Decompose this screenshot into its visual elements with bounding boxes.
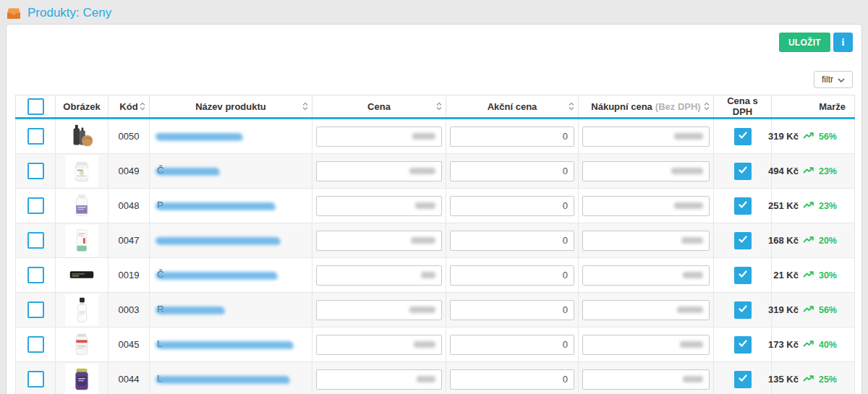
purchase-price-input[interactable] (582, 265, 710, 286)
sale-price-input[interactable]: 0 (450, 300, 574, 320)
table-row: 0047 0 (16, 223, 855, 258)
vat-checkbox[interactable] (734, 267, 752, 284)
sale-price-input[interactable]: 0 (450, 196, 574, 216)
margin-amount: 319 Kč (768, 131, 799, 142)
redacted-price-value (409, 307, 435, 313)
sale-price-input[interactable]: 0 (450, 231, 574, 251)
vat-checkbox[interactable] (734, 232, 752, 249)
breadcrumb: Produkty: Ceny (0, 0, 868, 22)
save-button[interactable]: ULOŽIT (779, 33, 830, 52)
redacted-purchase-value (674, 202, 703, 209)
row-checkbox[interactable] (27, 336, 44, 353)
product-name-link[interactable]: L (150, 363, 312, 394)
sort-arrows-icon[interactable] (436, 102, 442, 111)
price-input[interactable] (316, 265, 442, 286)
margin-percent: 56% (819, 132, 837, 142)
row-checkbox[interactable] (27, 267, 44, 283)
table-row: 0049 Č 0 (16, 154, 855, 189)
row-checkbox[interactable] (27, 197, 44, 214)
column-header-price[interactable]: Cena (312, 95, 446, 119)
row-checkbox[interactable] (27, 301, 44, 318)
redacted-purchase-value (671, 168, 703, 174)
vat-checkbox[interactable] (734, 197, 752, 215)
product-name-link[interactable] (150, 224, 312, 257)
sort-arrows-icon[interactable] (704, 102, 710, 111)
sale-price-input[interactable]: 0 (450, 265, 574, 286)
checkmark-icon (738, 373, 748, 386)
price-input[interactable] (316, 231, 442, 251)
price-input[interactable] (316, 335, 442, 355)
purchase-price-input[interactable] (582, 300, 710, 320)
checkmark-icon (738, 165, 748, 178)
product-image (65, 260, 98, 291)
product-code: 0050 (119, 131, 140, 142)
column-header-image: Obrázek (56, 95, 109, 119)
product-code: 0019 (119, 270, 140, 280)
table-row: 0044 L 0 (16, 362, 855, 394)
column-header-name[interactable]: Název produktu (150, 95, 312, 119)
column-header-margin: Marže (772, 95, 855, 119)
trend-up-icon (803, 165, 814, 178)
margin-percent: 23% (819, 166, 837, 176)
table-row: 0050 0 (16, 119, 855, 154)
product-name-link[interactable]: R (150, 294, 312, 327)
vat-checkbox[interactable] (734, 336, 752, 354)
row-checkbox[interactable] (27, 232, 44, 249)
redacted-purchase-value (680, 341, 703, 348)
vat-checkbox[interactable] (734, 371, 752, 388)
vat-checkbox[interactable] (734, 128, 752, 145)
product-name-link[interactable]: Č (150, 259, 312, 292)
column-header-purchase-price[interactable]: Nákupní cena (Bez DPH) (579, 95, 714, 119)
row-checkbox[interactable] (27, 371, 44, 387)
row-checkbox[interactable] (27, 128, 44, 145)
sale-price-input[interactable]: 0 (450, 161, 574, 181)
redacted-price-value (411, 237, 435, 244)
product-name-link[interactable]: Č (150, 155, 312, 188)
price-input[interactable] (316, 369, 442, 390)
column-header-sale-price[interactable]: Akční cena (446, 95, 579, 119)
trend-up-icon (803, 269, 814, 282)
price-input[interactable] (316, 127, 442, 147)
column-header-code[interactable]: Kód (109, 95, 150, 119)
purchase-price-input[interactable] (582, 369, 710, 390)
sort-arrows-icon[interactable] (140, 102, 145, 111)
redacted-purchase-value (683, 272, 703, 278)
product-image (65, 155, 98, 187)
sort-arrows-icon[interactable] (302, 102, 308, 111)
price-input[interactable] (316, 196, 442, 216)
chevron-down-icon (838, 74, 845, 85)
info-button[interactable]: i (833, 33, 853, 52)
trend-up-icon (803, 200, 814, 213)
trend-up-icon (803, 130, 814, 143)
sale-price-input[interactable]: 0 (450, 335, 574, 355)
margin-percent: 23% (819, 201, 837, 211)
redacted-product-name (156, 307, 224, 314)
product-code: 0044 (119, 374, 140, 385)
column-header-vat: Cena s DPH (714, 95, 772, 119)
vat-checkbox[interactable] (734, 163, 752, 180)
sale-price-input[interactable]: 0 (450, 127, 574, 147)
product-name-link[interactable] (150, 120, 312, 153)
sale-price-input[interactable]: 0 (450, 369, 574, 390)
sort-arrows-icon[interactable] (569, 102, 574, 111)
price-input[interactable] (316, 161, 442, 181)
redacted-product-name (156, 341, 293, 348)
select-all-checkbox[interactable] (27, 98, 44, 115)
vat-checkbox[interactable] (734, 301, 752, 319)
purchase-price-input[interactable] (582, 231, 710, 251)
row-checkbox[interactable] (27, 163, 44, 179)
table-row: 0048 P 0 (16, 189, 855, 223)
product-name-link[interactable]: P (150, 189, 312, 223)
price-input[interactable] (316, 300, 442, 320)
purchase-price-input[interactable] (582, 335, 710, 355)
margin-amount: 168 Kč (768, 235, 799, 246)
purchase-price-input[interactable] (582, 127, 710, 147)
product-code: 0003 (119, 304, 140, 315)
product-name-link[interactable]: L (150, 328, 312, 361)
purchase-price-input[interactable] (582, 196, 710, 216)
product-image (65, 329, 98, 361)
purchase-price-input[interactable] (582, 161, 710, 181)
filter-button[interactable]: filtr (814, 71, 853, 88)
product-code: 0045 (119, 339, 140, 350)
trend-up-icon (803, 304, 814, 317)
